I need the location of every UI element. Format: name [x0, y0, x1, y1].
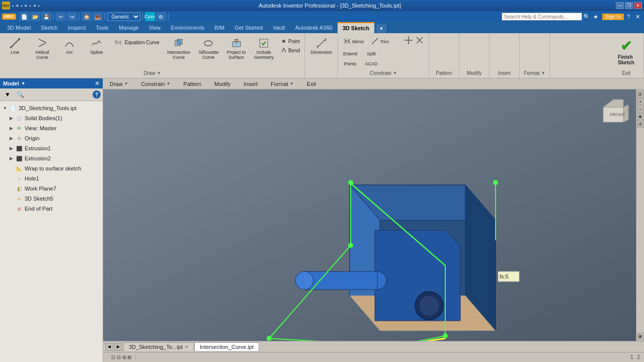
helical-curve-button[interactable]: HelicalCurve — [29, 35, 55, 62]
tree-item-extrusion2[interactable]: ▶ ⬛ Extrusion2 — [0, 153, 103, 163]
zoom-in-button[interactable]: + — [637, 98, 644, 105]
spline-button[interactable]: Spline — [84, 35, 110, 57]
expand-icon[interactable]: ▶ — [8, 155, 14, 161]
page-num-2: 2 — [637, 354, 640, 360]
constrain-subribbon[interactable]: Constrain ▼ — [139, 79, 173, 88]
trim-button[interactable]: Trim — [368, 35, 392, 48]
expand-button[interactable]: ⊞ — [637, 333, 644, 340]
finish-sketch-button[interactable]: ✔ FinishSketch — [613, 35, 639, 68]
tab-3dsketch[interactable]: 3D Sketch — [338, 22, 374, 33]
project-to-surface-button[interactable]: Project toSurface — [223, 35, 250, 62]
view-cube-svg: FRONT — [596, 95, 631, 130]
tree-item-file[interactable]: ▼ 📄 3D_Sketching_Tools.ipt — [0, 103, 103, 113]
minimize-button[interactable]: ─ — [616, 2, 624, 9]
tab-manage[interactable]: Manage — [114, 22, 144, 33]
restore-button[interactable]: ❒ — [625, 2, 633, 9]
tab-tools[interactable]: Tools — [91, 22, 114, 33]
tree-item-origin[interactable]: ▶ ✛ Origin — [0, 133, 103, 143]
mirror-button[interactable]: Mirror — [340, 35, 367, 48]
separator3 — [105, 13, 105, 20]
point-button[interactable]: Point — [278, 37, 302, 45]
search-icon[interactable]: 🔍 — [582, 13, 591, 21]
open-button[interactable]: 📂 — [30, 12, 40, 21]
help-button[interactable]: ? — [93, 90, 101, 99]
filter-button[interactable]: ▼ — [2, 89, 13, 100]
tab-nav-left[interactable]: ◀ — [105, 343, 113, 351]
format-dropdown-arrow[interactable]: ▼ — [541, 71, 545, 75]
expand-icon[interactable]: ▶ — [8, 135, 14, 141]
save-button[interactable]: 💾 — [41, 12, 51, 21]
tab-vault[interactable]: Vault — [268, 22, 290, 33]
line-button[interactable]: Line — [2, 35, 28, 57]
zoom-fit-button[interactable]: ⊡ — [637, 90, 644, 98]
expand-icon[interactable]: ▶ — [8, 115, 14, 121]
acad-button[interactable]: ACAD — [361, 59, 381, 68]
panel-close-button[interactable]: ✕ — [95, 80, 100, 87]
tab-getstarted[interactable]: Get Started — [229, 22, 268, 33]
search-panel-button[interactable]: 🔍 — [14, 89, 27, 100]
tree-item-wrap[interactable]: 📐 Wrap to surface sketch — [0, 163, 103, 173]
ribbon-toggle[interactable]: ▼ — [376, 24, 386, 33]
new-button[interactable]: 📄 — [19, 12, 29, 21]
tree-item-hole1[interactable]: ○ Hole1 — [0, 173, 103, 184]
modify-subribbon[interactable]: Modify — [212, 79, 233, 88]
expand-icon[interactable]: ▶ — [8, 145, 14, 151]
viewport[interactable]: Z Y X fx:5 — [103, 89, 636, 341]
redo-button[interactable]: ↪ — [67, 12, 77, 21]
close-button[interactable]: ✕ — [634, 2, 642, 9]
tree-item-view-master[interactable]: ▶ 👁 View: Master — [0, 123, 103, 133]
rotate-button[interactable]: ↺ — [637, 121, 644, 128]
zoom-out-button[interactable]: − — [637, 106, 644, 113]
dimension-button[interactable]: Dimension — [307, 35, 336, 57]
tree-item-endofpart[interactable]: ⊘ End of Part — [0, 204, 103, 214]
scheme-dropdown[interactable]: Generic — [107, 13, 140, 21]
exit-subribbon[interactable]: Exit — [304, 79, 318, 88]
silhouette-curve-button[interactable]: SilhouetteCurve — [195, 35, 222, 62]
help-icon[interactable]: ? — [624, 13, 633, 21]
draw-subribbon[interactable]: Draw ▼ — [107, 79, 131, 88]
sign-in-button[interactable]: Sign In — [602, 14, 624, 20]
equation-curve-button[interactable]: f(x) Equation Curve — [111, 35, 163, 49]
tab-autodesk360[interactable]: Autodesk A360 — [290, 22, 338, 33]
color-btn[interactable]: Cyan — [145, 12, 155, 21]
tab-view[interactable]: View — [144, 22, 166, 33]
home-button[interactable]: 🏠 — [82, 12, 92, 21]
search-input[interactable] — [502, 13, 582, 21]
expand-icon[interactable]: ▶ — [8, 125, 14, 131]
content-area: Model ▼ ✕ ▼ 🔍 ? ▼ 📄 3D_Sketching_Tools.i… — [0, 78, 644, 362]
config-button[interactable]: ⚙ — [156, 12, 166, 21]
tab-nav-right[interactable]: ▶ — [114, 343, 122, 351]
pan-button[interactable]: ✥ — [637, 113, 644, 120]
undo-button[interactable]: ↩ — [56, 12, 66, 21]
extend-button[interactable]: Extend — [340, 49, 360, 58]
tab-intersection-curve[interactable]: Intersection_Curve.ipt — [194, 342, 259, 351]
insert-subribbon[interactable]: Insert — [241, 79, 260, 88]
tab-3dmodel[interactable]: 3D Model — [2, 22, 36, 33]
tree-item-workplane[interactable]: ◧ Work Plane7 — [0, 184, 103, 194]
tab-environments[interactable]: Environments — [166, 22, 209, 33]
tab-sketch[interactable]: Sketch — [36, 22, 63, 33]
intersection-curve-button[interactable]: IntersectionCurve — [164, 35, 194, 62]
tree-item-solid-bodies[interactable]: ▶ ⬡ Solid Bodies(1) — [0, 113, 103, 123]
include-geometry-button[interactable]: IncludeGeometry — [251, 35, 278, 62]
tree-item-extrusion1[interactable]: ▶ ⬛ Extrusion1 — [0, 143, 103, 153]
pattern-subribbon[interactable]: Pattern — [181, 79, 204, 88]
tab-close-1[interactable]: ✕ — [185, 344, 189, 349]
tree-item-3dsketch5[interactable]: ✏ 3D Sketch5 — [0, 194, 103, 204]
constrain-dropdown-arrow[interactable]: ▼ — [393, 71, 397, 75]
bend-button[interactable]: Bend — [278, 46, 302, 54]
tab-bim[interactable]: BIM — [210, 22, 230, 33]
close-doc-icon[interactable]: ✕ — [633, 13, 642, 21]
format-subribbon[interactable]: Format ▼ — [268, 79, 296, 88]
draw-dropdown-arrow[interactable]: ▼ — [157, 71, 161, 75]
view-cube[interactable]: FRONT — [596, 95, 631, 130]
split-button[interactable]: Split — [361, 49, 381, 58]
points-button[interactable]: Points — [340, 59, 360, 68]
bookmark-icon[interactable]: ★ — [591, 13, 600, 21]
publish-button[interactable]: 📤 — [93, 12, 103, 21]
tab-3dsketchingtools[interactable]: 3D_Sketching_To...ipt ✕ — [123, 342, 194, 351]
arc-button[interactable]: Arc — [56, 35, 83, 57]
tab-inspect[interactable]: Inspect — [63, 22, 91, 33]
dimension-group: Dimension — [305, 33, 338, 78]
expand-icon[interactable]: ▼ — [2, 105, 8, 111]
